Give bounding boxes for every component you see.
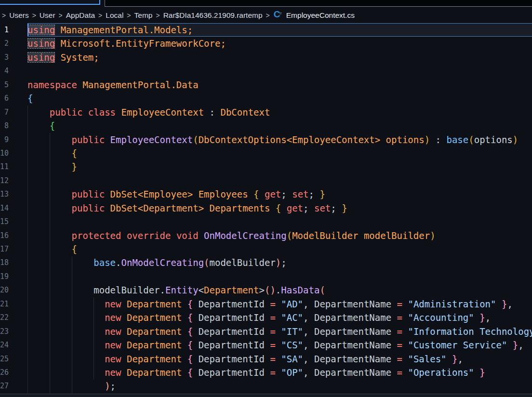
code-line-6[interactable]: 6{ <box>0 92 532 105</box>
token: ) <box>105 381 110 391</box>
code-text: using Microsoft.EntityFrameworkCore; <box>27 37 226 50</box>
chevron-right-icon: > <box>95 12 106 19</box>
line-number: 25 <box>0 352 9 366</box>
chevron-right-icon: > <box>152 12 163 19</box>
token <box>121 312 126 323</box>
code-line-26[interactable]: 26 new Department { DepartmentId = "OP",… <box>0 366 532 379</box>
line-number: 16 <box>0 229 9 242</box>
code-line-18[interactable]: 18 base.OnModelCreating(modelBuilder); <box>0 256 532 269</box>
code-line-27[interactable]: 27 ); <box>0 379 532 393</box>
token: ; <box>309 189 320 199</box>
token: ; <box>281 189 292 199</box>
breadcrumb-item-users[interactable]: Users <box>9 11 28 20</box>
token <box>182 340 187 350</box>
token: new <box>105 312 121 323</box>
code-line-24[interactable]: 24 new Department { DepartmentId = "CS",… <box>0 338 532 352</box>
token: { <box>276 203 281 213</box>
token: modelBuilder <box>364 230 430 241</box>
token <box>27 120 50 131</box>
code-line-23[interactable]: 23 new Department { DepartmentId = "IT",… <box>0 325 532 338</box>
code-line-7[interactable]: 7 public class EmployeeContext : DbConte… <box>0 106 532 119</box>
code-line-10[interactable]: 10 { <box>0 146 532 160</box>
code-text: ); <box>27 379 116 393</box>
code-line-11[interactable]: 11 } <box>0 160 532 173</box>
code-line-16[interactable]: 16 protected override void OnModelCreati… <box>0 229 532 242</box>
code-line-9[interactable]: 9 public EmployeeContext(DbContextOption… <box>0 133 532 146</box>
token: . <box>116 257 121 268</box>
code-text: base.OnModelCreating(modelBuilder); <box>27 256 287 269</box>
token <box>199 230 204 241</box>
code-line-25[interactable]: 25 new Department { DepartmentId = "SA",… <box>0 352 532 366</box>
token: protected <box>72 230 121 241</box>
active-tab-focus-outline[interactable] <box>0 0 100 5</box>
csharp-file-icon: C# <box>274 11 283 20</box>
code-line-19[interactable]: 19 <box>0 270 532 283</box>
code-text: new Department { DepartmentId = "AC", De… <box>27 311 491 324</box>
code-text: } <box>27 160 77 173</box>
line-number: 26 <box>0 366 9 379</box>
token: ) <box>425 134 430 145</box>
token: ; <box>110 381 116 391</box>
code-line-17[interactable]: 17 { <box>0 242 532 256</box>
token: = <box>397 354 402 364</box>
token <box>259 189 265 199</box>
token: "Operations" <box>408 367 474 378</box>
token <box>182 326 187 337</box>
code-line-2[interactable]: 2using Microsoft.EntityFrameworkCore; <box>0 37 532 50</box>
code-line-14[interactable]: 14 public DbSet<Department> Departments … <box>0 201 532 215</box>
token <box>276 367 281 378</box>
breadcrumb-file-name[interactable]: EmployeeContext.cs <box>286 11 355 20</box>
token: } <box>513 340 518 350</box>
token <box>105 189 110 199</box>
breadcrumb-item-local[interactable]: Local <box>106 11 123 20</box>
token <box>402 326 408 337</box>
token: = <box>397 312 402 323</box>
code-line-4[interactable]: 4 <box>0 64 532 78</box>
token: "AC" <box>281 312 303 323</box>
token: , DepartmentName <box>303 312 397 323</box>
code-line-5[interactable]: 5namespace ManagementPortal.Data <box>0 78 532 92</box>
code-text: public DbSet<Department> Departments { g… <box>27 201 347 215</box>
token: "Accounting" <box>408 312 474 323</box>
code-line-22[interactable]: 22 new Department { DepartmentId = "AC",… <box>0 311 532 324</box>
token <box>496 299 501 309</box>
token: = <box>270 340 275 350</box>
token: = <box>397 326 402 337</box>
token <box>27 107 50 118</box>
code-text: new Department { DepartmentId = "IT", De… <box>27 325 532 338</box>
breadcrumb-item-temp[interactable]: Temp <box>134 11 153 20</box>
token: Department <box>127 367 182 378</box>
token: = <box>397 299 402 309</box>
code-line-3[interactable]: 3using System; <box>0 51 532 64</box>
token: EmployeeContext <box>110 134 193 145</box>
token <box>27 189 72 199</box>
token: "SA" <box>281 354 303 364</box>
token: = <box>397 367 402 378</box>
code-line-15[interactable]: 15 <box>0 215 532 228</box>
horizontal-scrollbar-strip[interactable] <box>0 394 532 397</box>
code-line-20[interactable]: 20 modelBuilder.Entity<Department>().Has… <box>0 283 532 297</box>
token <box>474 312 479 323</box>
code-text: modelBuilder.Entity<Department>().HasDat… <box>27 283 325 297</box>
token <box>77 79 82 90</box>
token <box>276 340 281 350</box>
token <box>27 134 72 145</box>
code-line-13[interactable]: 13 public DbSet<Employee> Employees { ge… <box>0 187 532 201</box>
code-line-21[interactable]: 21 new Department { DepartmentId = "AD",… <box>0 297 532 311</box>
breadcrumb-item-user[interactable]: User <box>40 11 55 20</box>
code-line-12[interactable]: 12 <box>0 174 532 187</box>
token: "Customer Service" <box>408 340 507 350</box>
token <box>171 230 176 241</box>
token <box>116 107 121 118</box>
breadcrumb: >Users>User>AppData>Local>Temp>Rar$DIa14… <box>0 7 532 23</box>
token <box>121 230 126 241</box>
token: { <box>187 354 193 364</box>
code-text: { <box>27 146 77 160</box>
line-number: 12 <box>0 174 9 187</box>
code-editor[interactable]: 1using ManagementPortal.Models;2using Mi… <box>0 23 532 393</box>
breadcrumb-item-rar-dia14636-21909-rartemp[interactable]: Rar$DIa14636.21909.rartemp <box>163 11 263 20</box>
code-line-1[interactable]: 1using ManagementPortal.Models; <box>0 23 532 37</box>
code-text: new Department { DepartmentId = "SA", De… <box>27 352 463 366</box>
breadcrumb-item-appdata[interactable]: AppData <box>66 11 95 20</box>
code-line-8[interactable]: 8 { <box>0 119 532 132</box>
